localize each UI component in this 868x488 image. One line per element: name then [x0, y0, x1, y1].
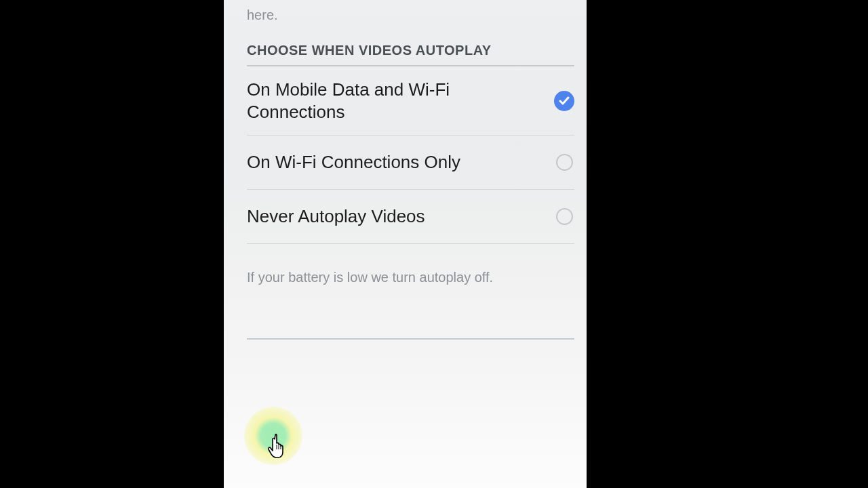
option-never-autoplay[interactable]: Never Autoplay Videos: [247, 190, 574, 244]
radio-unselected[interactable]: [554, 152, 574, 173]
radio-empty-icon: [556, 208, 573, 225]
option-label: On Wi-Fi Connections Only: [247, 151, 554, 174]
option-wifi-only[interactable]: On Wi-Fi Connections Only: [247, 136, 574, 190]
radio-unselected[interactable]: [554, 207, 574, 227]
section-divider: [247, 338, 574, 340]
battery-footnote: If your battery is low we turn autoplay …: [247, 270, 574, 285]
radio-empty-icon: [556, 154, 573, 171]
option-label: On Mobile Data and Wi-Fi Connections: [247, 79, 554, 123]
touch-indicator-icon: [244, 407, 302, 465]
option-mobile-and-wifi[interactable]: On Mobile Data and Wi-Fi Connections: [247, 66, 574, 136]
intro-text-fragment: here.: [247, 7, 574, 24]
option-label: Never Autoplay Videos: [247, 205, 554, 228]
checkmark-icon: [554, 91, 574, 111]
radio-selected[interactable]: [554, 91, 574, 111]
section-title-autoplay: CHOOSE WHEN VIDEOS AUTOPLAY: [247, 43, 574, 66]
